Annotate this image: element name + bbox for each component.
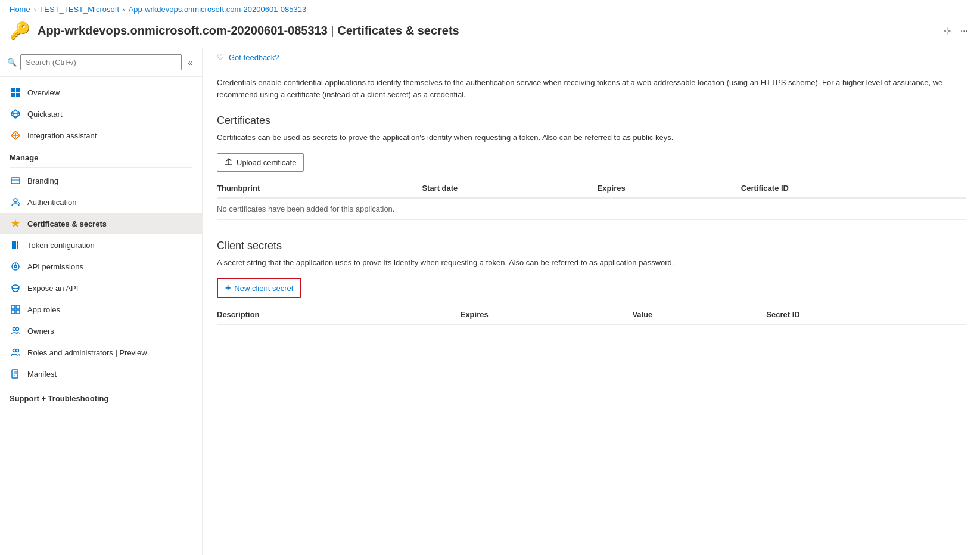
svg-point-18 [12,285,19,289]
quickstart-icon [10,108,21,120]
svg-rect-0 [11,88,15,92]
svg-point-26 [16,349,19,352]
svg-point-16 [14,265,17,268]
svg-rect-13 [14,241,16,249]
more-button[interactable]: ··· [958,23,970,39]
page-title: App-wrkdevops.onmicrosoft.com-20200601-0… [38,24,459,38]
manage-section-header: Manage [0,146,202,165]
sidebar-item-label: Overview [27,88,60,97]
col-description: Description [217,305,461,324]
certificates-icon [10,218,21,230]
feedback-heart-icon: ♡ [217,53,224,62]
sidebar-item-label: Authentication [27,198,76,207]
expose-api-icon [10,282,21,294]
client-secrets-section: Client secrets A secret string that the … [203,230,980,335]
app-icon: 🔑 [10,21,30,41]
col-value: Value [632,305,766,324]
col-thumbprint: Thumbprint [217,179,422,198]
manifest-icon [10,368,21,380]
sidebar-item-label: Expose an API [27,284,78,293]
breadcrumb: Home › TEST_TEST_Microsoft › App-wrkdevo… [0,0,980,18]
sidebar-item-label: App roles [27,305,60,314]
branding-icon [10,175,21,187]
integration-icon [10,129,21,141]
sidebar-item-integration[interactable]: Integration assistant [0,125,202,146]
svg-point-11 [14,199,17,202]
sidebar-item-label: Token configuration [27,241,95,250]
svg-point-24 [16,328,19,331]
new-client-secret-button[interactable]: + New client secret [217,278,301,298]
main-content: ♡ Got feedback? Credentials enable confi… [203,48,980,555]
svg-rect-19 [11,305,15,309]
sidebar-item-label: Owners [27,327,54,336]
col-expires: Expires [461,305,633,324]
header-actions: ⊹ ··· [941,23,970,39]
sidebar-item-branding[interactable]: Branding [0,170,202,191]
manage-divider [10,167,192,168]
col-secret-id: Secret ID [766,305,966,324]
upload-icon [225,157,233,168]
certificates-empty-row: No certificates have been added for this… [217,198,966,220]
collapse-button[interactable]: « [185,55,195,70]
svg-rect-22 [16,310,20,314]
client-secrets-table: Description Expires Value Secret ID [217,305,966,325]
support-section-header: Support + Troubleshooting [0,389,202,405]
sidebar-item-token[interactable]: Token configuration [0,234,202,256]
feedback-bar: ♡ Got feedback? [203,48,980,67]
api-permissions-icon [10,261,21,272]
certificates-empty-message: No certificates have been added for this… [217,198,966,220]
col-expires: Expires [598,179,741,198]
sidebar-item-api-permissions[interactable]: API permissions [0,256,202,277]
sidebar-item-label: Integration assistant [27,131,97,140]
svg-rect-20 [16,305,20,309]
search-input[interactable] [20,54,182,70]
sidebar-item-roles-admin[interactable]: Roles and administrators | Preview [0,342,202,363]
svg-rect-21 [11,310,15,314]
certificates-section: Certificates Certificates can be used as… [203,105,980,230]
main-description: Credentials enable confidential applicat… [203,67,980,105]
sidebar: 🔍 « Overview Quickstart Integ [0,48,203,555]
svg-rect-9 [11,178,20,184]
page-header: 🔑 App-wrkdevops.onmicrosoft.com-20200601… [0,18,980,48]
certificates-table: Thumbprint Start date Expires Certificat… [217,179,966,220]
sidebar-item-app-roles[interactable]: App roles [0,299,202,320]
sidebar-item-label: Certificates & secrets [27,219,107,228]
svg-rect-12 [12,241,14,249]
sidebar-search-area: 🔍 « [0,48,202,77]
client-secrets-title: Client secrets [217,240,966,252]
owners-icon [10,325,21,337]
sidebar-item-authentication[interactable]: Authentication [0,191,202,213]
sidebar-nav: Overview Quickstart Integration assistan… [0,77,202,555]
sidebar-item-quickstart[interactable]: Quickstart [0,103,202,125]
sidebar-item-label: Manifest [27,370,57,379]
pin-button[interactable]: ⊹ [941,23,953,39]
plus-icon: + [225,283,231,293]
sidebar-item-expose-api[interactable]: Expose an API [0,277,202,299]
svg-rect-2 [11,93,15,97]
upload-certificate-button[interactable]: Upload certificate [217,153,304,172]
token-icon [10,239,21,251]
col-cert-id: Certificate ID [741,179,966,198]
sidebar-item-label: Branding [27,176,58,185]
sidebar-item-overview[interactable]: Overview [0,82,202,103]
breadcrumb-app[interactable]: App-wrkdevops.onmicrosoft.com-20200601-0… [129,5,306,14]
sidebar-item-manifest[interactable]: Manifest [0,363,202,385]
breadcrumb-home[interactable]: Home [10,5,30,14]
search-icon: 🔍 [7,58,17,67]
breadcrumb-tenant[interactable]: TEST_TEST_Microsoft [39,5,119,14]
client-secrets-description: A secret string that the application use… [217,257,966,269]
sidebar-item-label: Quickstart [27,110,63,119]
svg-rect-14 [17,241,18,249]
authentication-icon [10,196,21,208]
col-start-date: Start date [422,179,597,198]
sidebar-item-owners[interactable]: Owners [0,320,202,342]
sidebar-item-label: API permissions [27,262,83,271]
certificates-title: Certificates [217,114,966,127]
overview-icon [10,86,21,98]
app-roles-icon [10,303,21,315]
feedback-link[interactable]: Got feedback? [229,53,279,62]
certificates-description: Certificates can be used as secrets to p… [217,132,966,144]
roles-admin-icon [10,346,21,358]
svg-rect-1 [16,88,20,92]
sidebar-item-certificates[interactable]: Certificates & secrets [0,213,202,234]
